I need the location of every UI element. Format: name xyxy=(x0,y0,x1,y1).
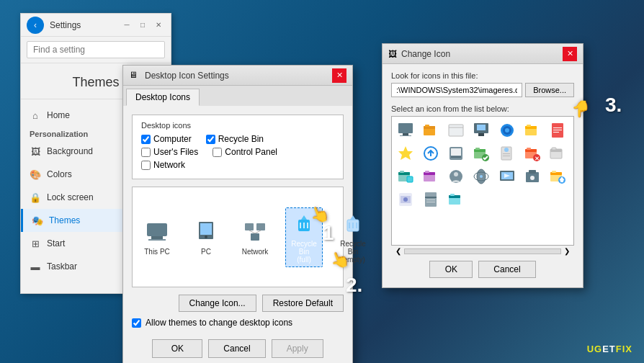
icon-cell-21[interactable] xyxy=(547,166,568,187)
svg-text:✕: ✕ xyxy=(534,156,539,162)
themes-icon: 🎭 xyxy=(32,215,43,226)
tab-desktop-icons[interactable]: Desktop Icons xyxy=(126,89,200,106)
svg-rect-54 xyxy=(552,148,556,150)
ok-button[interactable]: OK xyxy=(152,339,202,358)
svg-rect-18 xyxy=(425,125,429,127)
svg-rect-19 xyxy=(449,125,463,136)
sidebar-item-themes-label: Themes xyxy=(49,215,80,225)
svg-rect-85 xyxy=(426,202,435,202)
network-checkbox[interactable] xyxy=(141,161,151,170)
scroll-right[interactable]: ❯ xyxy=(561,247,573,255)
apply-button[interactable]: Apply xyxy=(272,339,323,358)
svg-rect-57 xyxy=(400,171,404,173)
icon-cell-4[interactable] xyxy=(470,120,492,141)
recycle-checkbox[interactable] xyxy=(206,135,215,144)
watermark: UGETFIX xyxy=(587,344,632,354)
desktop-icon-title: Desktop Icon Settings xyxy=(145,71,332,81)
icon-cell-14[interactable] xyxy=(547,143,568,164)
pc-icon xyxy=(193,219,219,245)
computer-checkbox[interactable] xyxy=(141,135,151,144)
icon-cell-18[interactable] xyxy=(470,166,492,187)
dialog-tabs: Desktop Icons xyxy=(123,86,352,106)
allow-themes-checkbox[interactable] xyxy=(132,318,141,328)
sidebar-item-background-label: Background xyxy=(47,146,93,156)
icon-list-grid[interactable]: ✕ xyxy=(391,116,574,246)
icon-cell-17[interactable] xyxy=(445,166,467,187)
step-2: 2. xyxy=(346,274,362,297)
checkbox-computer[interactable]: Computer xyxy=(141,134,192,144)
change-icon-button[interactable]: Change Icon... xyxy=(179,295,256,312)
svg-rect-2 xyxy=(148,239,166,241)
desk-icon-pc[interactable]: PC xyxy=(187,216,225,259)
browse-button[interactable]: Browse... xyxy=(525,83,574,97)
svg-rect-83 xyxy=(425,197,437,198)
scroll-left[interactable]: ❮ xyxy=(393,247,404,255)
icon-cell-11[interactable] xyxy=(470,143,492,164)
svg-line-10 xyxy=(255,230,261,233)
change-icon-title: Change Icon xyxy=(401,49,563,59)
controlpanel-label: Control Panel xyxy=(225,147,277,157)
cancel-button[interactable]: Cancel xyxy=(208,339,265,358)
checkbox-recycle[interactable]: Recycle Bin xyxy=(206,134,264,144)
settings-titlebar: ‹ Settings ─ □ ✕ xyxy=(21,14,171,37)
change-icon-ok[interactable]: OK xyxy=(429,261,473,278)
step-3: 3. xyxy=(605,94,622,117)
desktop-icon-titlebar: 🖥 Desktop Icon Settings ✕ xyxy=(123,66,352,86)
icon-cell-20[interactable] xyxy=(522,166,543,187)
minimize-button[interactable]: ─ xyxy=(120,19,133,32)
icon-cell-23[interactable] xyxy=(420,189,442,210)
file-path-input[interactable] xyxy=(391,83,522,97)
colors-icon: 🎨 xyxy=(30,169,41,180)
maximize-button[interactable]: □ xyxy=(136,19,149,32)
svg-rect-75 xyxy=(552,171,556,173)
desk-icon-thispc[interactable]: This PC xyxy=(138,216,176,259)
icon-cell-10[interactable] xyxy=(445,143,467,164)
controlpanel-checkbox[interactable] xyxy=(213,148,222,157)
icon-cell-7[interactable] xyxy=(547,120,568,141)
svg-rect-71 xyxy=(529,170,536,174)
allow-themes-row: Allow themes to change desktop icons xyxy=(132,318,344,328)
icon-grid-area: This PC PC Network Recycle Bin(full) xyxy=(132,187,344,287)
svg-rect-6 xyxy=(245,223,254,230)
icon-cell-22[interactable] xyxy=(395,189,416,210)
desk-icon-network[interactable]: Network xyxy=(236,216,274,259)
svg-rect-32 xyxy=(553,130,562,130)
icon-cell-12[interactable] xyxy=(496,143,518,164)
window-controls: ─ □ ✕ xyxy=(120,19,165,32)
checkbox-controlpanel[interactable]: Control Panel xyxy=(213,147,277,157)
icon-cell-8[interactable] xyxy=(395,143,416,164)
change-icon-titlebar: 🖼 Change Icon ✕ xyxy=(383,44,583,64)
icon-cell-13[interactable]: ✕ xyxy=(522,143,543,164)
back-button[interactable]: ‹ xyxy=(27,17,44,34)
icon-cell-3[interactable] xyxy=(445,120,467,141)
scroll-track[interactable] xyxy=(404,248,561,254)
desktop-icon-close[interactable]: ✕ xyxy=(332,68,346,83)
close-button[interactable]: ✕ xyxy=(152,19,165,32)
pc-label: PC xyxy=(201,248,211,256)
restore-default-button[interactable]: Restore Default xyxy=(262,295,344,312)
icon-cell-24[interactable] xyxy=(445,189,467,210)
icon-cell-16[interactable] xyxy=(420,166,442,187)
icon-cell-6[interactable] xyxy=(522,120,543,141)
icon-cell-9[interactable] xyxy=(420,143,442,164)
checkbox-network[interactable]: Network xyxy=(141,160,185,170)
checkbox-userfiles[interactable]: User's Files xyxy=(141,147,198,157)
svg-rect-45 xyxy=(503,153,510,154)
icon-cell-1[interactable] xyxy=(395,120,416,141)
icon-cell-5[interactable] xyxy=(496,120,518,141)
icon-cell-19[interactable] xyxy=(496,166,518,187)
taskbar-icon: ▬ xyxy=(30,261,41,272)
search-input[interactable] xyxy=(27,41,165,58)
settings-title: Settings xyxy=(50,20,81,30)
watermark-fix: FIX xyxy=(616,344,632,354)
svg-rect-49 xyxy=(527,148,531,150)
cursor-3: 👆 xyxy=(571,99,591,118)
sidebar-item-start-label: Start xyxy=(47,238,65,248)
search-area xyxy=(21,37,171,63)
icon-cell-2[interactable] xyxy=(420,120,442,141)
icon-dialog-buttons: Change Icon... Restore Default xyxy=(132,295,344,312)
icon-cell-15[interactable] xyxy=(395,166,416,187)
change-icon-close[interactable]: ✕ xyxy=(563,47,577,61)
userfiles-checkbox[interactable] xyxy=(141,148,151,157)
change-icon-cancel[interactable]: Cancel xyxy=(478,261,535,278)
